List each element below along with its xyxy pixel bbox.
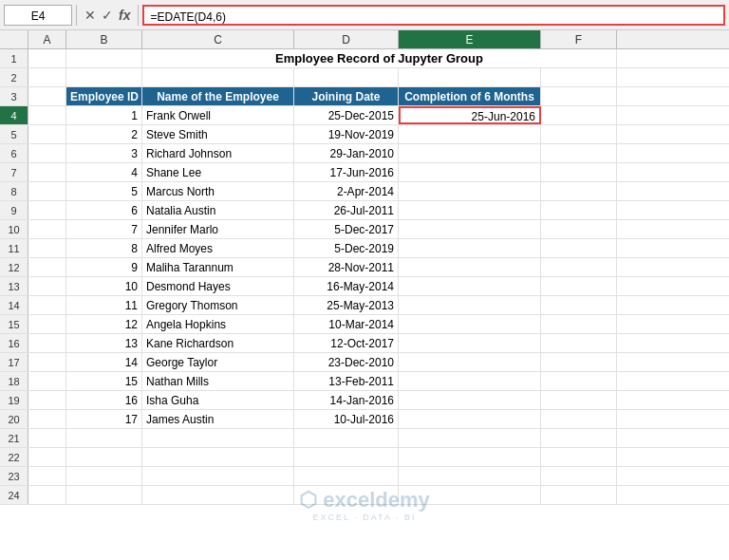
cell-f4[interactable] [541, 106, 617, 124]
cell-a12[interactable] [28, 258, 66, 276]
cell-c17[interactable]: George Taylor [142, 353, 294, 371]
cell-reference-box[interactable]: E4 [4, 5, 72, 26]
cell-f8[interactable] [541, 182, 617, 200]
cell-c18[interactable]: Nathan Mills [142, 372, 294, 390]
cell-a20[interactable] [28, 410, 66, 428]
col-header-b[interactable]: B [66, 30, 142, 48]
cell-a22[interactable] [28, 448, 66, 466]
cell-e17[interactable] [399, 353, 541, 371]
cell-d11[interactable]: 5-Dec-2019 [294, 239, 399, 257]
cell-b6[interactable]: 3 [66, 144, 142, 162]
cell-a16[interactable] [28, 334, 66, 352]
cell-c5[interactable]: Steve Smith [142, 125, 294, 143]
cell-c14[interactable]: Gregory Thomson [142, 296, 294, 314]
cell-f13[interactable] [541, 277, 617, 295]
formula-input[interactable]: =EDATE(D4,6) [142, 5, 725, 26]
cell-c23[interactable] [142, 467, 294, 485]
cell-f18[interactable] [541, 372, 617, 390]
cell-c24[interactable] [142, 486, 294, 504]
cell-e5[interactable] [399, 125, 541, 143]
cell-c8[interactable]: Marcus North [142, 182, 294, 200]
cell-f2[interactable] [541, 68, 617, 86]
col-header-e[interactable]: E [399, 30, 541, 48]
cell-a21[interactable] [28, 429, 66, 447]
cell-e7[interactable] [399, 163, 541, 181]
cell-e16[interactable] [399, 334, 541, 352]
cell-e21[interactable] [399, 429, 541, 447]
cell-e8[interactable] [399, 182, 541, 200]
cell-d23[interactable] [294, 467, 399, 485]
cell-b22[interactable] [66, 448, 142, 466]
cell-d8[interactable]: 2-Apr-2014 [294, 182, 399, 200]
cell-a10[interactable] [28, 220, 66, 238]
cell-e20[interactable] [399, 410, 541, 428]
cell-a19[interactable] [28, 391, 66, 409]
cell-c11[interactable]: Alfred Moyes [142, 239, 294, 257]
cell-e19[interactable] [399, 391, 541, 409]
cell-f3[interactable] [541, 87, 617, 105]
cell-a4[interactable] [28, 106, 66, 124]
cell-b10[interactable]: 7 [66, 220, 142, 238]
cell-e18[interactable] [399, 372, 541, 390]
cell-b23[interactable] [66, 467, 142, 485]
cell-b19[interactable]: 16 [66, 391, 142, 409]
cell-f17[interactable] [541, 353, 617, 371]
cell-b3[interactable]: Employee ID [66, 87, 142, 105]
cell-b7[interactable]: 4 [66, 163, 142, 181]
cell-a15[interactable] [28, 315, 66, 333]
cell-c10[interactable]: Jennifer Marlo [142, 220, 294, 238]
cell-b13[interactable]: 10 [66, 277, 142, 295]
cell-f15[interactable] [541, 315, 617, 333]
cell-f6[interactable] [541, 144, 617, 162]
cell-e23[interactable] [399, 467, 541, 485]
cell-f9[interactable] [541, 201, 617, 219]
cell-f14[interactable] [541, 296, 617, 314]
cell-c12[interactable]: Maliha Tarannum [142, 258, 294, 276]
cell-c2[interactable] [142, 68, 294, 86]
cell-b14[interactable]: 11 [66, 296, 142, 314]
cell-a6[interactable] [28, 144, 66, 162]
cell-b17[interactable]: 14 [66, 353, 142, 371]
cell-c3[interactable]: Name of the Employee [142, 87, 294, 105]
cell-d16[interactable]: 12-Oct-2017 [294, 334, 399, 352]
cell-d4[interactable]: 25-Dec-2015 [294, 106, 399, 124]
cell-f22[interactable] [541, 448, 617, 466]
col-header-a[interactable]: A [28, 30, 66, 48]
cell-b1[interactable] [66, 49, 142, 67]
cell-d15[interactable]: 10-Mar-2014 [294, 315, 399, 333]
col-header-c[interactable]: C [142, 30, 294, 48]
cell-e24[interactable] [399, 486, 541, 504]
cell-d13[interactable]: 16-May-2014 [294, 277, 399, 295]
cell-b20[interactable]: 17 [66, 410, 142, 428]
cell-b15[interactable]: 12 [66, 315, 142, 333]
cell-c1[interactable]: Employee Record of Jupyter Group [142, 49, 617, 67]
cell-e1[interactable] [617, 49, 625, 67]
cell-d2[interactable] [294, 68, 399, 86]
cell-c20[interactable]: James Austin [142, 410, 294, 428]
cell-b4[interactable]: 1 [66, 106, 142, 124]
cell-a18[interactable] [28, 372, 66, 390]
cell-e12[interactable] [399, 258, 541, 276]
cell-f7[interactable] [541, 163, 617, 181]
cell-e3[interactable]: Completion of 6 Months [399, 87, 541, 105]
cell-f23[interactable] [541, 467, 617, 485]
cell-b2[interactable] [66, 68, 142, 86]
cell-e10[interactable] [399, 220, 541, 238]
cell-f24[interactable] [541, 486, 617, 504]
cell-a7[interactable] [28, 163, 66, 181]
cell-f11[interactable] [541, 239, 617, 257]
cell-a1[interactable] [28, 49, 66, 67]
cell-d3[interactable]: Joining Date [294, 87, 399, 105]
col-header-d[interactable]: D [294, 30, 399, 48]
cell-b24[interactable] [66, 486, 142, 504]
cell-f16[interactable] [541, 334, 617, 352]
cell-b9[interactable]: 6 [66, 201, 142, 219]
cell-f12[interactable] [541, 258, 617, 276]
cell-b8[interactable]: 5 [66, 182, 142, 200]
cell-c9[interactable]: Natalia Austin [142, 201, 294, 219]
cell-a8[interactable] [28, 182, 66, 200]
cell-e2[interactable] [399, 68, 541, 86]
cell-d17[interactable]: 23-Dec-2010 [294, 353, 399, 371]
cell-b21[interactable] [66, 429, 142, 447]
cell-d24[interactable] [294, 486, 399, 504]
